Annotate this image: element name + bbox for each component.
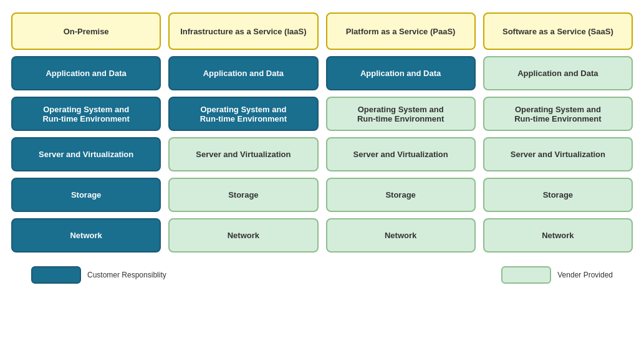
legend-vendor: Vender Provided	[501, 266, 613, 284]
legend-row: Customer Responsiblity Vender Provided	[6, 259, 638, 289]
column-iaas: Infrastructure as a Service (IaaS)Applic…	[168, 12, 318, 253]
column-paas: Platform as a Service (PaaS)Application …	[326, 12, 476, 253]
cell-paas-row-0: Application and Data	[326, 56, 476, 90]
cell-saas-row-4: Network	[483, 218, 633, 253]
header-iaas: Infrastructure as a Service (IaaS)	[168, 12, 318, 50]
column-saas: Software as a Service (SaaS)Application …	[483, 12, 633, 253]
legend-customer: Customer Responsiblity	[31, 266, 166, 284]
cell-paas-row-2: Server and Virtualization	[326, 137, 476, 171]
columns-row: On-PremiseApplication and DataOperating …	[6, 6, 638, 259]
cell-saas-row-2: Server and Virtualization	[483, 137, 633, 171]
cell-iaas-row-2: Server and Virtualization	[168, 137, 318, 171]
cell-saas-row-3: Storage	[483, 178, 633, 212]
cell-on-premise-row-3: Storage	[11, 178, 161, 212]
cell-saas-row-1: Operating System and Run-time Environmen…	[483, 97, 633, 131]
cell-on-premise-row-2: Server and Virtualization	[11, 137, 161, 171]
cell-iaas-row-4: Network	[168, 218, 318, 253]
legend-customer-label: Customer Responsiblity	[87, 271, 166, 279]
legend-customer-box	[31, 266, 81, 284]
main-container: On-PremiseApplication and DataOperating …	[6, 6, 638, 289]
cell-saas-row-0: Application and Data	[483, 56, 633, 90]
cell-iaas-row-1: Operating System and Run-time Environmen…	[168, 97, 318, 131]
cell-iaas-row-0: Application and Data	[168, 56, 318, 90]
header-paas: Platform as a Service (PaaS)	[326, 12, 476, 50]
cell-on-premise-row-1: Operating System and Run-time Environmen…	[11, 97, 161, 131]
header-on-premise: On-Premise	[11, 12, 161, 50]
cell-on-premise-row-0: Application and Data	[11, 56, 161, 90]
legend-vendor-box	[501, 266, 551, 284]
legend-vendor-label: Vender Provided	[557, 271, 613, 279]
cell-on-premise-row-4: Network	[11, 218, 161, 253]
cell-paas-row-3: Storage	[326, 178, 476, 212]
column-on-premise: On-PremiseApplication and DataOperating …	[11, 12, 161, 253]
header-saas: Software as a Service (SaaS)	[483, 12, 633, 50]
cell-paas-row-1: Operating System and Run-time Environmen…	[326, 97, 476, 131]
cell-paas-row-4: Network	[326, 218, 476, 253]
cell-iaas-row-3: Storage	[168, 178, 318, 212]
